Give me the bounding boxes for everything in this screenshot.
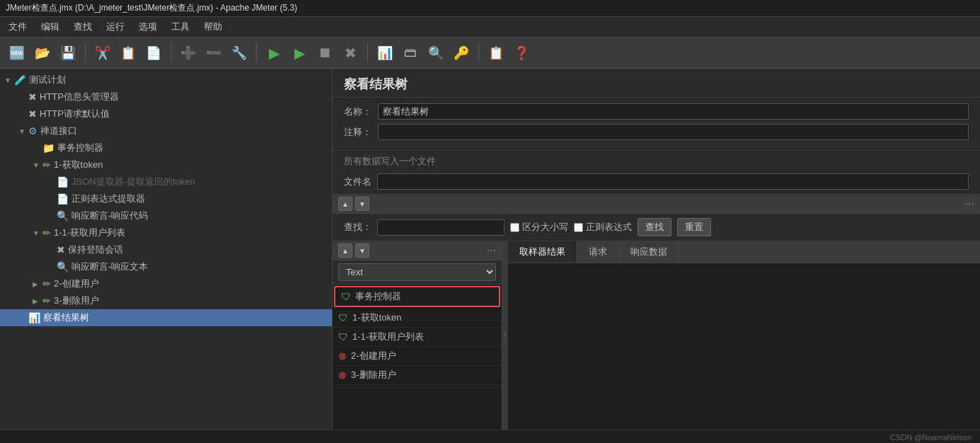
filename-row: 文件名	[333, 169, 980, 195]
green-shield-icon-2: 🛡	[338, 312, 348, 323]
search-row: 查找： 区分大小写 正则表达式 查找 重置	[333, 214, 980, 241]
doc-icon-2: 📄	[57, 193, 69, 205]
remove-button[interactable]: ➖	[202, 42, 225, 64]
menu-find[interactable]: 查找	[71, 19, 95, 35]
detail-tabs: 取样器结果 请求 响应数据	[508, 241, 980, 263]
vertical-splitter[interactable]	[502, 241, 508, 430]
result-item-delete-user[interactable]: ⊗ 3-删除用户	[333, 366, 502, 385]
detail-content	[508, 263, 980, 430]
title-text: JMeter检查点.jmx (D:\A_jmeter_test\JMeter检查…	[6, 3, 297, 13]
down-button-2[interactable]: ▼	[355, 243, 369, 258]
case-checkbox-label: 区分大小写	[510, 221, 568, 234]
mini-toolbar-1: ▲ ▼ ···	[333, 195, 980, 214]
filename-label: 文件名	[344, 176, 371, 188]
wrench-icon-2: ✖	[28, 108, 37, 120]
save-button[interactable]: 💾	[57, 42, 79, 64]
tree-item-transaction[interactable]: 📁 事务控制器	[0, 139, 332, 156]
right-panel: 察看结果树 名称： 注释： 所有数据写入一个文件 文件名 ▲ ▼ ···	[333, 69, 980, 430]
result-item-get-token[interactable]: 🛡 1-获取token	[333, 309, 502, 328]
clear-all-button[interactable]: 🗃	[399, 42, 422, 64]
results-list: ▲ ▼ ··· Text HTML JSON XML Regexp Tester	[333, 241, 502, 430]
name-input[interactable]	[378, 103, 969, 120]
tree-item-json-extractor[interactable]: 📄 JSON提取器-提取返回的token	[0, 173, 332, 190]
folder-icon-1: 📁	[42, 142, 54, 154]
red-cross-icon-1: ⊗	[338, 350, 347, 362]
tree-panel: ▼ 🧪 测试计划 ✖ HTTP信息头管理器 ✖ HTTP请求默认值 ▼ ⚙ 禅道…	[0, 69, 333, 430]
results-area: ▲ ▼ ··· Text HTML JSON XML Regexp Tester	[333, 241, 980, 430]
tree-item-create-user[interactable]: ▶ ✏ 2-创建用户	[0, 275, 332, 292]
settings-button[interactable]: 🔧	[228, 42, 250, 64]
watermark: CSDN @NoamaNelson	[890, 433, 972, 442]
case-checkbox[interactable]	[510, 223, 519, 232]
tree-item-delete-user[interactable]: ▶ ✏ 3-删除用户	[0, 292, 332, 309]
up-button-2[interactable]: ▲	[338, 243, 352, 258]
down-button[interactable]: ▼	[355, 197, 369, 211]
result-item-transaction[interactable]: 🛡 事务控制器	[334, 286, 500, 307]
tree-item-get-token[interactable]: ▼ ✏ 1-获取token	[0, 156, 332, 173]
remote-button[interactable]: 🔑	[450, 42, 473, 64]
green-shield-icon-1: 🛡	[341, 291, 351, 302]
detail-panel: 取样器结果 请求 响应数据	[508, 241, 980, 430]
tab-sampler-result[interactable]: 取样器结果	[508, 241, 577, 263]
menu-run[interactable]: 运行	[103, 19, 127, 35]
info-text: 所有数据写入一个文件	[333, 151, 980, 169]
filename-input[interactable]	[377, 173, 969, 190]
tree-item-regex-extractor[interactable]: 📄 正则表达式提取器	[0, 190, 332, 207]
title-bar: JMeter检查点.jmx (D:\A_jmeter_test\JMeter检查…	[0, 0, 980, 17]
arrow-create-user: ▶	[33, 280, 42, 288]
tree-item-view-result[interactable]: 📊 察看结果树	[0, 309, 332, 326]
regex-checkbox[interactable]	[574, 223, 583, 232]
copy-button[interactable]: 📋	[117, 42, 139, 64]
tree-item-http-defaults[interactable]: ✖ HTTP请求默认值	[0, 105, 332, 122]
cut-button[interactable]: ✂️	[91, 42, 114, 64]
more-options-1[interactable]: ···	[965, 197, 974, 210]
response-icon-2: 🔍	[57, 261, 69, 272]
tree-item-test-plan[interactable]: ▼ 🧪 测试计划	[0, 71, 332, 88]
start-button[interactable]: ▶	[263, 42, 285, 64]
view-type-select[interactable]: Text HTML JSON XML Regexp Tester	[338, 263, 496, 281]
regex-checkbox-label: 正则表达式	[574, 221, 632, 234]
menu-edit[interactable]: 编辑	[38, 19, 62, 35]
tab-response-data[interactable]: 响应数据	[619, 241, 679, 263]
menu-file[interactable]: 文件	[6, 19, 30, 35]
search-button[interactable]: 🔍	[425, 42, 447, 64]
find-button[interactable]: 查找	[638, 218, 671, 236]
menu-help[interactable]: 帮助	[201, 19, 225, 35]
templates-button[interactable]: 📋	[485, 42, 507, 64]
up-button[interactable]: ▲	[338, 197, 352, 211]
open-button[interactable]: 📂	[31, 42, 54, 64]
name-row: 名称：	[344, 103, 969, 120]
tree-item-zen-interface[interactable]: ▼ ⚙ 禅道接口	[0, 122, 332, 139]
test-plan-icon: 🧪	[14, 74, 26, 86]
more-options-2[interactable]: ···	[487, 244, 496, 257]
reset-button[interactable]: 重置	[677, 218, 711, 236]
feather-icon-3: ✏	[42, 278, 51, 289]
tree-item-login-session[interactable]: ✖ 保持登陆会话	[0, 241, 332, 258]
separator-5	[478, 43, 479, 63]
result-item-get-users[interactable]: 🛡 1-1-获取用户列表	[333, 328, 502, 347]
start-no-pauses-button[interactable]: ▶	[288, 42, 311, 64]
arrow-get-users: ▼	[33, 229, 42, 237]
doc-icon-1: 📄	[57, 176, 69, 188]
result-item-create-user[interactable]: ⊗ 2-创建用户	[333, 347, 502, 366]
tree-item-response-text[interactable]: 🔍 响应断言-响应文本	[0, 258, 332, 275]
gear-icon: ⚙	[28, 125, 38, 137]
menu-tools[interactable]: 工具	[168, 19, 192, 35]
stop-button[interactable]: ⏹	[313, 42, 336, 64]
tree-item-http-header[interactable]: ✖ HTTP信息头管理器	[0, 88, 332, 105]
add-button[interactable]: ➕	[177, 42, 200, 64]
shutdown-button[interactable]: ✖	[339, 42, 362, 64]
new-button[interactable]: 🆕	[6, 42, 28, 64]
tree-item-response-assertion[interactable]: 🔍 响应断言-响应代码	[0, 207, 332, 224]
toolbar: 🆕 📂 💾 ✂️ 📋 📄 ➕ ➖ 🔧 ▶ ▶ ⏹ ✖ 📊 🗃 🔍 🔑 📋 ❓	[0, 38, 980, 69]
tree-item-get-users[interactable]: ▼ ✏ 1-1-获取用户列表	[0, 224, 332, 241]
menu-options[interactable]: 选项	[136, 19, 160, 35]
search-input[interactable]	[377, 219, 505, 236]
tab-request[interactable]: 请求	[577, 241, 619, 263]
paste-button[interactable]: 📄	[142, 42, 165, 64]
comment-input[interactable]	[378, 124, 969, 140]
clear-button[interactable]: 📊	[374, 42, 396, 64]
bottom-bar: CSDN @NoamaNelson	[0, 430, 980, 443]
help-button[interactable]: ❓	[510, 42, 533, 64]
result-icon: 📊	[28, 312, 40, 323]
